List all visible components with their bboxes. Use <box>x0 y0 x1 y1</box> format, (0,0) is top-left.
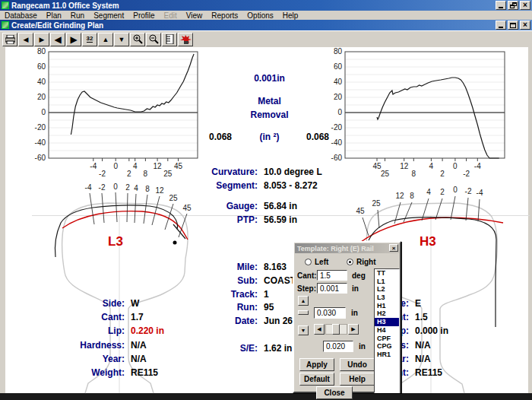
print-button[interactable] <box>2 33 17 46</box>
template-option-H4[interactable]: H4 <box>375 326 399 335</box>
template-option-H3-selected[interactable]: H3 <box>375 318 399 326</box>
default-button[interactable]: Default <box>299 373 334 386</box>
left-angle-label: 45 <box>179 204 195 212</box>
width-input[interactable]: 0.020 <box>323 341 353 352</box>
spin-up-button[interactable]: ▲ <box>298 296 309 306</box>
template-curve <box>62 211 188 240</box>
minimize-button[interactable] <box>496 1 506 10</box>
menu-reports[interactable]: Reports <box>207 11 242 20</box>
left-removal-area: 0.068 <box>209 132 232 142</box>
date-value: Jun 26 <box>264 316 293 326</box>
sub-label: Sub: <box>189 275 258 286</box>
right-angle-label: 25 <box>369 199 384 208</box>
menu-database[interactable]: Database <box>0 11 42 20</box>
dialog-titlebar[interactable]: Template: Right (E) Rail <box>295 243 399 253</box>
zoom-in-button[interactable] <box>130 33 145 46</box>
cant-input[interactable]: 1.5 <box>317 270 347 281</box>
dialog-title: Template: Right (E) Rail <box>297 245 374 252</box>
depth-input[interactable]: 0.030 <box>314 307 346 319</box>
main-window-title: Rangecam 11.0 Office System <box>11 2 119 10</box>
up-button[interactable]: ▲ <box>98 33 113 46</box>
spin-down-button[interactable]: ▼ <box>298 325 309 335</box>
left-hardness-row: Hardness:N/A <box>64 340 147 351</box>
step-value: 0.001in <box>233 73 306 84</box>
arrow-left-bold-icon: ◀ <box>54 34 61 45</box>
template-option-CPG[interactable]: CPG <box>375 342 399 351</box>
menu-plan[interactable]: Plan <box>42 11 66 20</box>
first-button[interactable]: ◀ <box>50 33 65 46</box>
left-side-row: Side:W <box>64 298 139 309</box>
radio-right[interactable] <box>347 259 353 265</box>
prev-button[interactable]: ◀ <box>18 33 33 46</box>
down-button[interactable]: ▼ <box>114 33 129 46</box>
cant-value: 1.5 <box>415 312 428 322</box>
ptp-label: PTP: <box>189 214 258 225</box>
radio-left[interactable] <box>305 259 312 265</box>
left-weight-row: Weight:RE115 <box>64 367 158 378</box>
template-option-L3[interactable]: L3 <box>375 294 399 302</box>
menu-help[interactable]: Help <box>278 11 303 20</box>
next-button[interactable]: ▶ <box>34 33 49 46</box>
svg-text:-60: -60 <box>331 154 343 162</box>
curvature-label: Curvature: <box>189 167 258 177</box>
svg-text:-2: -2 <box>463 170 470 178</box>
template-option-H1[interactable]: H1 <box>375 302 399 310</box>
step-input[interactable]: 0.001 <box>317 283 347 294</box>
cant-field-label: Cant: <box>297 271 317 280</box>
gauge-label: Gauge: <box>189 201 258 211</box>
weight-value: RE115 <box>415 367 442 378</box>
arrow-right-bold-icon: ▶ <box>70 34 77 45</box>
ruler-icon <box>166 34 174 44</box>
arrow-up-icon: ▲ <box>103 36 109 43</box>
close-button[interactable]: × <box>520 1 530 10</box>
weight-value: RE115 <box>131 367 158 378</box>
template-listbox[interactable]: TT L1 L2 L3 H1 H2 H3 H4 CPF CPG HR1 <box>374 268 400 393</box>
svg-text:-40: -40 <box>331 138 343 147</box>
menu-run[interactable]: Run <box>66 11 89 20</box>
restore-button[interactable] <box>508 1 518 10</box>
undo-button[interactable]: Undo <box>340 358 375 371</box>
help-button[interactable]: Help <box>340 373 375 386</box>
hscroll-thumb[interactable] <box>332 324 340 335</box>
curvature-row: Curvature:10.0 degree L <box>189 167 322 177</box>
grind-button[interactable] <box>178 33 193 46</box>
child-close-button[interactable]: × <box>520 21 530 30</box>
template-option-TT[interactable]: TT <box>375 269 399 278</box>
spin-thumb[interactable] <box>298 310 309 315</box>
lip-value: 0.220 in <box>131 325 164 336</box>
zoom-out-icon <box>149 34 159 44</box>
close-dialog-button[interactable]: Close <box>316 386 353 399</box>
left-template-name: L3 <box>108 234 123 249</box>
radio-left-label[interactable]: Left <box>315 258 328 266</box>
apply-button[interactable]: Apply <box>299 358 334 371</box>
svg-text:40: 40 <box>37 78 46 86</box>
run-value: 95 <box>264 302 274 313</box>
last-button[interactable]: ▶ <box>66 33 81 46</box>
menu-view[interactable]: View <box>182 11 207 20</box>
svg-text:4: 4 <box>429 162 434 170</box>
app-window: Rangecam 11.0 Office System × Database P… <box>0 0 532 400</box>
template-option-H2[interactable]: H2 <box>375 310 399 318</box>
template-button[interactable] <box>162 33 177 46</box>
template-option-L1[interactable]: L1 <box>375 278 399 286</box>
pattern-32-button[interactable]: 32 <box>82 33 97 46</box>
svg-text:0: 0 <box>337 108 342 116</box>
se-value: 1.62 in <box>264 343 292 354</box>
template-option-CPF[interactable]: CPF <box>375 335 399 343</box>
child-minimize-button[interactable] <box>496 21 506 30</box>
arrow-down-icon: ▼ <box>301 328 306 333</box>
zoom-out-button[interactable] <box>146 33 161 46</box>
svg-text:40: 40 <box>334 78 343 86</box>
dialog-close-button[interactable]: × <box>389 244 398 252</box>
svg-text:60: 60 <box>37 62 46 71</box>
template-option-L2[interactable]: L2 <box>375 285 399 294</box>
template-option-HR1[interactable]: HR1 <box>375 351 399 359</box>
child-maximize-button[interactable] <box>508 21 518 30</box>
child-window-icon <box>2 21 9 29</box>
menu-profile[interactable]: Profile <box>128 11 159 20</box>
hscroll-left-button[interactable]: ◀ <box>314 324 325 335</box>
menu-segment[interactable]: Segment <box>89 11 128 20</box>
menu-options[interactable]: Options <box>242 11 277 20</box>
hscroll-right-button[interactable]: ▶ <box>348 324 359 335</box>
radio-right-label[interactable]: Right <box>356 258 376 266</box>
